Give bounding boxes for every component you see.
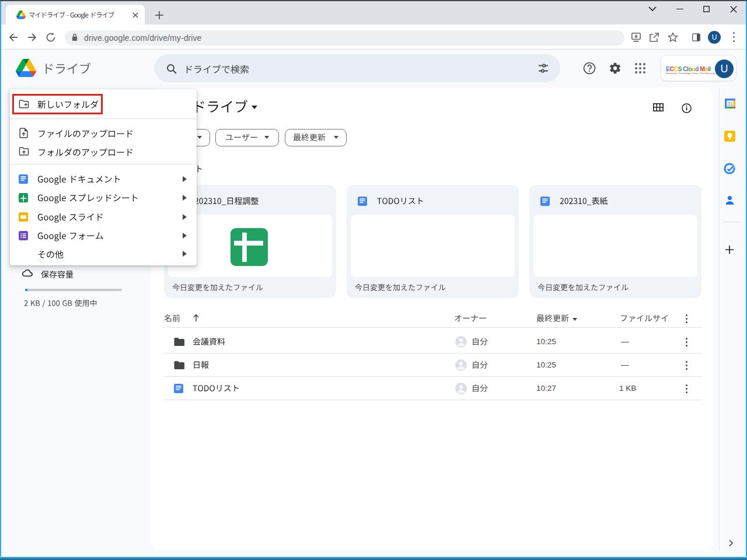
svg-text:31: 31 xyxy=(727,101,733,107)
